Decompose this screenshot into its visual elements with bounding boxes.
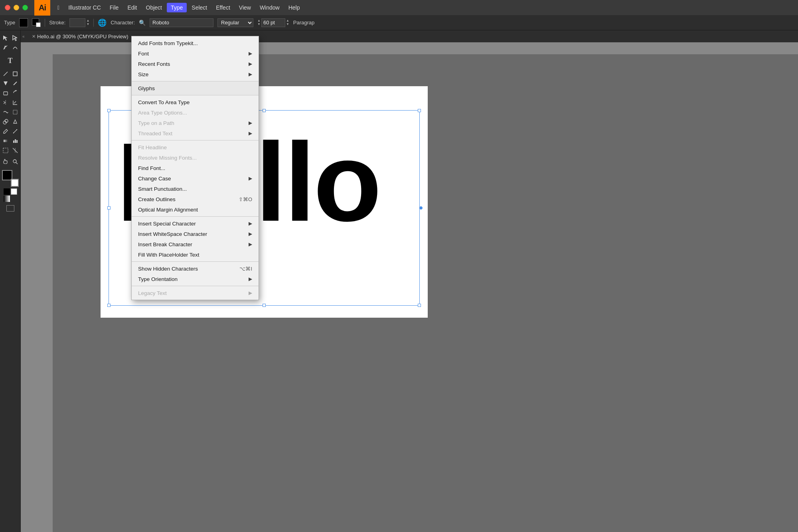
menu-item-size[interactable]: Size ▶ [132,69,259,79]
svg-line-19 [16,162,18,164]
search-icon: 🔍 [139,20,146,26]
menu-item-optical-margin[interactable]: Optical Margin Alignment [132,204,259,215]
size-arrows[interactable]: ▲ ▼ [257,19,261,26]
traffic-lights [5,5,28,10]
line-tool[interactable] [1,69,10,78]
stroke-color[interactable] [11,179,19,187]
menu-window[interactable]: Window [256,3,284,12]
minimize-button[interactable] [14,5,19,10]
white-fill[interactable] [11,188,17,195]
menu-item-change-case[interactable]: Change Case ▶ [132,173,259,184]
menu-item-recent-fonts[interactable]: Recent Fonts ▶ [132,59,259,69]
handle-ml[interactable] [107,206,111,210]
menu-file[interactable]: File [106,3,123,12]
column-graph-tool[interactable] [11,136,20,145]
reflect-tool[interactable] [1,98,10,107]
menu-type[interactable]: Type [167,3,187,12]
menu-item-show-hidden[interactable]: Show Hidden Characters ⌥⌘I [132,263,259,274]
menu-item-create-outlines[interactable]: Create Outlines ⇧⌘O [132,194,259,204]
menu-item-add-fonts[interactable]: Add Fonts from Typekit... [132,38,259,48]
shape-builder-tool[interactable] [1,117,10,126]
type-tool[interactable]: T [3,53,18,68]
tool-row-graph [1,136,20,145]
menu-item-convert-area[interactable]: Convert To Area Type [132,97,259,107]
menu-item-find-font[interactable]: Find Font... [132,163,259,173]
rotate-tool[interactable] [11,89,20,97]
stroke-value[interactable] [69,18,85,27]
tool-row-line [1,69,20,78]
warp-tool[interactable] [1,108,10,117]
curvature-tool[interactable] [11,43,20,52]
handle-tr[interactable] [418,109,421,112]
gradient-tool[interactable] [1,136,10,145]
rect-tool[interactable] [11,69,20,78]
font-input[interactable] [150,18,213,27]
menu-item-type-on-path: Type on a Path ▶ [132,118,259,128]
handle-bc[interactable] [263,304,266,307]
collapse-btn[interactable]: « [21,34,26,40]
hand-tool[interactable] [1,157,10,166]
pencil-tool[interactable] [11,79,20,88]
pen-tool[interactable] [1,43,10,52]
selection-tool[interactable] [1,34,10,42]
live-paint-tool[interactable] [11,117,20,126]
handle-tl[interactable] [107,109,111,112]
handle-br[interactable] [418,304,421,307]
menu-item-fill-placeholder[interactable]: Fill With PlaceHolder Text [132,249,259,260]
menu-item-insert-break[interactable]: Insert Break Character ▶ [132,239,259,249]
screen-mode-btn[interactable] [6,205,14,212]
direct-selection-tool[interactable] [11,34,20,42]
tab-close-btn[interactable]: ✕ [32,34,36,39]
tool-row-pen [1,43,20,52]
menu-illustrator-cc[interactable]: Illustrator CC [64,3,105,12]
menu-edit[interactable]: Edit [123,3,141,12]
type-label: Type [4,20,15,26]
stroke-arrows[interactable]: ▲ ▼ [86,19,89,26]
handle-bl[interactable] [107,304,111,307]
scale-tool[interactable] [11,98,20,107]
tool-row-artboard [1,146,20,155]
menu-item-font[interactable]: Font ▶ [132,48,259,59]
zoom-tool[interactable] [11,157,20,166]
menu-item-insert-special[interactable]: Insert Special Character ▶ [132,218,259,229]
eyedropper-tool[interactable] [1,127,10,136]
slice-tool[interactable] [11,146,20,155]
app-icon-area: Ai [34,0,50,16]
stroke-inner-swatch [36,22,41,27]
menu-select[interactable]: Select [188,3,211,12]
size-arrows2[interactable]: ▲ ▼ [286,19,289,26]
menu-item-smart-punctuation[interactable]: Smart Punctuation... [132,184,259,194]
paint-bucket-tool[interactable] [1,79,10,88]
menu-view[interactable]: View [235,3,255,12]
menu-help[interactable]: Help [284,3,304,12]
menu-effect[interactable]: Effect [212,3,234,12]
character-label: Character: [111,20,135,26]
eraser-tool[interactable] [1,89,10,97]
menu-item-glyphs[interactable]: Glyphs [132,83,259,93]
none-color[interactable] [4,188,10,195]
font-size-value[interactable]: 60 pt [261,18,285,27]
fill-swatch[interactable] [19,18,28,27]
menu-section-glyphs: Glyphs [132,81,259,95]
menu-object[interactable]: Object [142,3,166,12]
close-button[interactable] [5,5,10,10]
type-dropdown-menu[interactable]: Add Fonts from Typekit... Font ▶ Recent … [131,36,259,300]
handle-tc[interactable] [263,109,266,112]
stroke-spinner[interactable]: ▲ ▼ [69,18,89,27]
font-style-dropdown[interactable]: Regular Bold Italic [217,18,253,27]
svg-rect-12 [13,140,14,143]
svg-line-8 [13,129,17,133]
maximize-button[interactable] [22,5,28,10]
artboard-tool[interactable] [1,146,10,155]
toolbar: Type Stroke: ▲ ▼ 🌐 Character: 🔍 Regular … [0,15,798,30]
handle-mr[interactable] [419,206,423,210]
free-transform-tool[interactable] [11,108,20,117]
menu-apple[interactable]:  [53,3,63,12]
menu-item-insert-whitespace[interactable]: Insert WhiteSpace Character ▶ [132,229,259,239]
menu-item-type-orientation[interactable]: Type Orientation ▶ [132,274,259,284]
menu-item-threaded-text: Threaded Text ▶ [132,128,259,138]
gradient-fill[interactable] [4,196,10,202]
measure-tool[interactable] [11,127,20,136]
svg-rect-13 [15,139,16,143]
menu-section-fonts: Add Fonts from Typekit... Font ▶ Recent … [132,36,259,81]
